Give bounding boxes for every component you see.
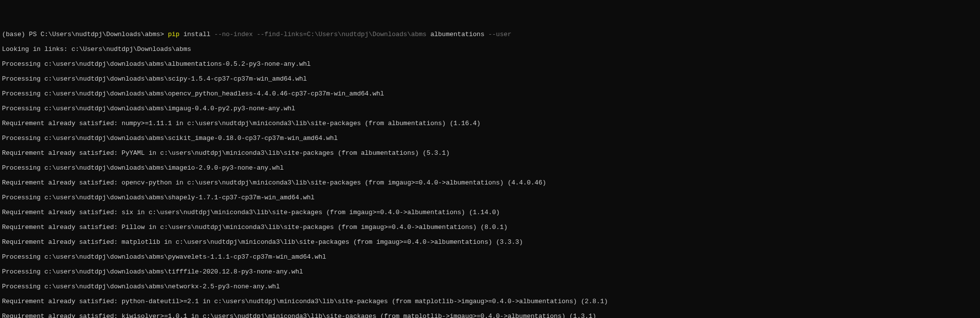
output-line: Processing c:\users\nudtdpj\downloads\ab… — [2, 75, 978, 83]
output-line: Processing c:\users\nudtdpj\downloads\ab… — [2, 268, 978, 275]
cmd-pip: pip — [168, 31, 179, 38]
prompt-path: C:\Users\nudtdpj\Downloads\abms> — [41, 31, 168, 38]
output-line: Requirement already satisfied: PyYAML in… — [2, 149, 978, 157]
output-line: Requirement already satisfied: numpy>=1.… — [2, 120, 978, 127]
prompt-shell: PS — [29, 31, 41, 38]
output-line: Processing c:\users\nudtdpj\downloads\ab… — [2, 135, 978, 142]
output-line: Processing c:\users\nudtdpj\downloads\ab… — [2, 105, 978, 112]
output-line: Processing c:\users\nudtdpj\downloads\ab… — [2, 253, 978, 261]
cmd-install: install — [180, 31, 214, 38]
output-line: Requirement already satisfied: six in c:… — [2, 209, 978, 216]
output-line: Processing c:\users\nudtdpj\downloads\ab… — [2, 283, 978, 290]
output-line: Processing c:\users\nudtdpj\downloads\ab… — [2, 194, 978, 201]
cmd-pkg: albumentations — [430, 31, 488, 38]
output-line: Requirement already satisfied: Pillow in… — [2, 224, 978, 231]
cmd-flags: --no-index --find-links=C:\Users\nudtdpj… — [214, 31, 430, 38]
output-line: Requirement already satisfied: kiwisolve… — [2, 313, 978, 318]
output-line: Requirement already satisfied: opencv-py… — [2, 179, 978, 186]
output-line: Requirement already satisfied: matplotli… — [2, 238, 978, 246]
output-line: Processing c:\users\nudtdpj\downloads\ab… — [2, 90, 978, 97]
prompt-env: (base) — [2, 31, 29, 38]
output-line: Looking in links: c:\Users\nudtdpj\Downl… — [2, 45, 978, 53]
output-line: Requirement already satisfied: python-da… — [2, 298, 978, 305]
terminal-prompt-line[interactable]: (base) PS C:\Users\nudtdpj\Downloads\abm… — [2, 31, 978, 38]
output-line: Processing c:\users\nudtdpj\downloads\ab… — [2, 60, 978, 68]
cmd-user: --user — [488, 31, 512, 38]
output-line: Processing c:\users\nudtdpj\downloads\ab… — [2, 164, 978, 172]
